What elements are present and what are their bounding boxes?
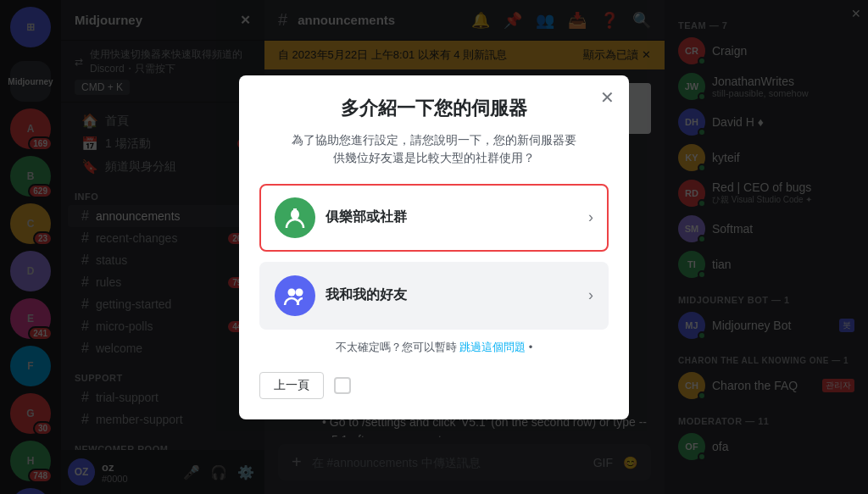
friends-chevron: › <box>588 286 593 304</box>
svg-point-3 <box>288 288 296 296</box>
club-icon <box>275 197 315 238</box>
modal-close-button[interactable]: ✕ <box>595 86 619 109</box>
modal-title: 多介紹一下您的伺服器 <box>259 96 609 121</box>
server-setup-modal: ✕ 多介紹一下您的伺服器 為了協助您進行設定，請您說明一下，您的新伺服器要供幾位… <box>239 75 629 419</box>
modal-overlay: ✕ 多介紹一下您的伺服器 為了協助您進行設定，請您說明一下，您的新伺服器要供幾位… <box>0 0 868 494</box>
club-label: 俱樂部或社群 <box>326 208 578 226</box>
club-chevron: › <box>588 208 593 226</box>
friends-icon <box>275 275 315 316</box>
option-friends[interactable]: 我和我的好友 › <box>259 262 609 330</box>
modal-subtitle: 為了協助您進行設定，請您說明一下，您的新伺服器要供幾位好友還是比較大型的社群使用… <box>259 131 609 167</box>
option-club[interactable]: 俱樂部或社群 › <box>259 184 609 252</box>
back-button[interactable]: 上一頁 <box>259 372 324 399</box>
modal-checkbox[interactable] <box>334 377 351 394</box>
skip-link[interactable]: 跳過這個問題 <box>459 341 526 353</box>
modal-skip-text: 不太確定嗎？您可以暫時 跳過這個問題 • <box>259 340 609 355</box>
svg-point-4 <box>296 288 303 296</box>
friends-label: 我和我的好友 <box>326 286 578 304</box>
modal-back-row: 上一頁 <box>259 372 609 399</box>
